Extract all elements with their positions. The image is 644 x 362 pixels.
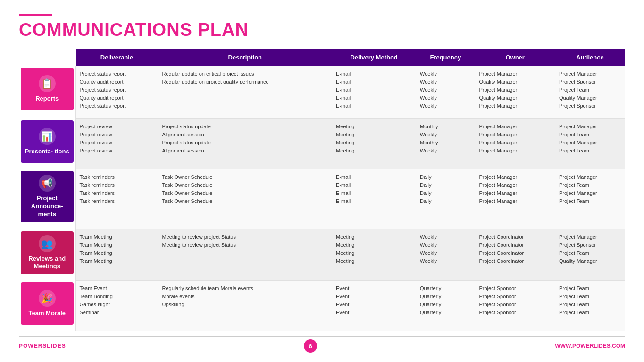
footer-brand-part1: POWER — [19, 343, 42, 349]
category-cell-0: 📋 Reports — [19, 66, 75, 119]
footer: POWERSLIDES 6 WWW.POWERLIDES.COM — [19, 336, 625, 353]
title-part2: PLAN — [198, 20, 249, 40]
row-1-description: Project status update Alignment session … — [158, 118, 332, 169]
title-area: COMMUNICATIONS PLAN — [19, 14, 625, 40]
header-deliverable: Deliverable — [75, 49, 158, 66]
category-label-4: Team Morale — [28, 310, 66, 318]
row-0-audience: Project Manager Project Sponsor Project … — [555, 66, 625, 119]
category-icon-4: 🎉 — [39, 290, 56, 307]
table-wrapper: Deliverable Description Delivery Method … — [19, 49, 625, 331]
header-category — [19, 49, 75, 66]
row-0-description: Regular update on critical project issue… — [158, 66, 332, 119]
footer-brand: POWERSLIDES — [19, 343, 66, 349]
table-row: 📢 Project Announce- ments Task reminders… — [19, 169, 625, 229]
page-title: COMMUNICATIONS PLAN — [19, 20, 625, 40]
table-row: 📋 Reports Project status report Quality … — [19, 66, 625, 119]
row-3-delivery_method: Meeting Meeting Meeting Meeting — [332, 229, 416, 281]
page: COMMUNICATIONS PLAN Deliverable Descript… — [0, 0, 644, 362]
row-4-delivery_method: Event Event Event Event — [332, 280, 416, 331]
row-0-frequency: Weekly Weekly Weekly Weekly Weekly — [416, 66, 475, 119]
row-2-audience: Project Manager Project Team Project Man… — [555, 169, 625, 229]
row-0-owner: Project Manager Quality Manager Project … — [475, 66, 555, 119]
row-1-owner: Project Manager Project Manager Project … — [475, 118, 555, 169]
header-owner: Owner — [475, 49, 555, 66]
row-3-audience: Project Manager Project Sponsor Project … — [555, 229, 625, 281]
category-label-0: Reports — [35, 95, 59, 103]
row-3-owner: Project Coordinator Project Coordinator … — [475, 229, 555, 281]
row-1-frequency: Monthly Weekly Monthly Weekly — [416, 118, 475, 169]
header-delivery-method: Delivery Method — [332, 49, 416, 66]
row-1-deliverable: Project review Project review Project re… — [75, 118, 158, 169]
row-2-description: Task Owner Schedule Task Owner Schedule … — [158, 169, 332, 229]
category-cell-2: 📢 Project Announce- ments — [19, 169, 75, 229]
title-decoration — [19, 14, 52, 16]
title-part1: COMMUNICATIONS — [19, 20, 198, 40]
category-icon-2: 📢 — [39, 175, 56, 192]
header-description: Description — [158, 49, 332, 66]
row-3-deliverable: Team Meeting Team Meeting Team Meeting T… — [75, 229, 158, 281]
row-4-audience: Project Team Project Team Project Team P… — [555, 280, 625, 331]
category-label-3: Reviews and Meetings — [24, 255, 71, 271]
row-4-description: Regularly schedule team Morale events Mo… — [158, 280, 332, 331]
row-4-frequency: Quarterly Quarterly Quarterly Quarterly — [416, 280, 475, 331]
row-2-delivery_method: E-mail E-mail E-mail E-mail — [332, 169, 416, 229]
category-cell-1: 📊 Presenta- tions — [19, 118, 75, 169]
category-label-2: Project Announce- ments — [24, 194, 71, 219]
table-row: 👥 Reviews and Meetings Team Meeting Team… — [19, 229, 625, 281]
category-icon-1: 📊 — [39, 128, 56, 145]
row-2-deliverable: Task reminders Task reminders Task remin… — [75, 169, 158, 229]
footer-page-number: 6 — [304, 339, 317, 353]
header-frequency: Frequency — [416, 49, 475, 66]
row-0-delivery_method: E-mail E-mail E-mail E-mail E-mail — [332, 66, 416, 119]
row-3-description: Meeting to review project Status Meeting… — [158, 229, 332, 281]
category-cell-3: 👥 Reviews and Meetings — [19, 229, 75, 281]
row-3-frequency: Weekly Weekly Weekly Weekly — [416, 229, 475, 281]
communications-table: Deliverable Description Delivery Method … — [19, 49, 625, 331]
header-audience: Audience — [555, 49, 625, 66]
table-row: 📊 Presenta- tions Project review Project… — [19, 118, 625, 169]
table-header-row: Deliverable Description Delivery Method … — [19, 49, 625, 66]
category-label-1: Presenta- tions — [25, 148, 69, 156]
row-4-deliverable: Team Event Team Bonding Games Night Semi… — [75, 280, 158, 331]
row-4-owner: Project Sponsor Project Sponsor Project … — [475, 280, 555, 331]
footer-brand-part2: SLIDES — [42, 343, 66, 349]
category-cell-4: 🎉 Team Morale — [19, 280, 75, 331]
table-row: 🎉 Team Morale Team Event Team Bonding Ga… — [19, 280, 625, 331]
footer-url: WWW.POWERLIDES.COM — [555, 343, 625, 349]
row-0-deliverable: Project status report Quality audit repo… — [75, 66, 158, 119]
row-1-audience: Project Manager Project Team Project Man… — [555, 118, 625, 169]
row-2-frequency: Daily Daily Daily Daily — [416, 169, 475, 229]
row-2-owner: Project Manager Project Manager Project … — [475, 169, 555, 229]
category-icon-3: 👥 — [39, 235, 56, 252]
row-1-delivery_method: Meeting Meeting Meeting Meeting — [332, 118, 416, 169]
category-icon-0: 📋 — [39, 75, 56, 92]
